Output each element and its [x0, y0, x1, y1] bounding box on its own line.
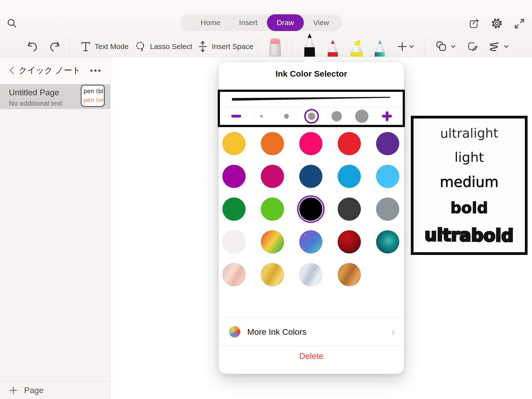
- scribble-ink-icon[interactable]: [487, 41, 500, 52]
- tab-draw[interactable]: Draw: [267, 14, 304, 31]
- color-swatch-pink[interactable]: [299, 132, 322, 155]
- text-mode-icon: [80, 41, 91, 52]
- notebook-title: クイック ノート: [9, 65, 90, 76]
- add-pen-plus-icon[interactable]: [397, 41, 407, 52]
- weight-sample-bold: bold: [450, 200, 488, 216]
- share-icon[interactable]: [468, 18, 480, 30]
- page-list-item-selected[interactable]: Untitled Page No additional text pen (bl…: [0, 84, 110, 109]
- insert-space-label: Insert Space: [212, 42, 253, 51]
- pages-sidebar: クイック ノート Untitled Page No additional tex…: [0, 57, 111, 399]
- popup-title: Ink Color Selector: [219, 69, 404, 79]
- toolbar-divider: [425, 37, 425, 55]
- color-swatch-gold[interactable]: [261, 263, 284, 286]
- redo-icon[interactable]: [49, 40, 61, 53]
- color-swatch-silver[interactable]: [299, 263, 322, 286]
- page-title: Untitled Page: [9, 88, 59, 97]
- color-swatch-white[interactable]: [222, 230, 246, 253]
- insert-space-icon: [197, 40, 208, 53]
- undo-icon[interactable]: [26, 40, 38, 53]
- color-swatch-dark-gray[interactable]: [338, 198, 361, 221]
- stroke-size-option-4[interactable]: [329, 107, 344, 125]
- more-ink-colors-label: More Ink Colors: [247, 327, 391, 337]
- toolbar-divider: [292, 37, 293, 55]
- expand-fullscreen-icon[interactable]: [514, 18, 525, 30]
- color-swatch-light-green[interactable]: [261, 198, 284, 221]
- color-swatch-dark-red-marble[interactable]: [338, 230, 361, 253]
- color-swatch-galaxy[interactable]: [299, 230, 322, 253]
- color-grid: [222, 132, 399, 286]
- color-swatch-red[interactable]: [338, 132, 361, 155]
- stroke-size-row: [229, 107, 394, 125]
- scribble-chevron-down-icon[interactable]: [503, 44, 509, 49]
- toolbar-divider: [258, 37, 258, 55]
- ink-color-selector-popup: Ink Color Selector More Ink Colors › Del…: [219, 62, 404, 374]
- color-wheel-icon: [229, 326, 240, 337]
- ribbon-tabs: Home Insert Draw View: [181, 14, 342, 31]
- stroke-width-panel: [218, 90, 405, 127]
- color-swatch-orange[interactable]: [261, 132, 284, 155]
- delete-pen-button[interactable]: Delete: [219, 348, 404, 364]
- notebook-more-menu-icon[interactable]: [90, 69, 100, 72]
- color-swatch-rainbow-glitter[interactable]: [261, 230, 284, 253]
- tab-insert[interactable]: Insert: [230, 14, 267, 31]
- color-swatch-rose-gold[interactable]: [222, 263, 246, 286]
- color-swatch-yellow[interactable]: [222, 132, 246, 155]
- lasso-select-label: Lasso Select: [150, 42, 192, 51]
- thumbnail-line-2: pen (ora: [83, 96, 104, 105]
- teal-pencil-tool[interactable]: [372, 39, 387, 57]
- tab-home[interactable]: Home: [191, 14, 230, 31]
- more-ink-colors-button[interactable]: More Ink Colors ›: [219, 318, 404, 346]
- color-swatch-dark-blue[interactable]: [299, 165, 322, 188]
- color-swatch-purple[interactable]: [376, 132, 399, 155]
- shapes-icon[interactable]: [435, 40, 447, 53]
- color-swatch-bronze[interactable]: [338, 263, 361, 286]
- add-page-label: Page: [24, 385, 44, 395]
- weight-sample-light: light: [454, 151, 484, 164]
- page-thumbnail: pen (bl pen (ora: [81, 85, 105, 107]
- color-swatch-green[interactable]: [222, 198, 246, 221]
- stroke-size-option-2[interactable]: [279, 107, 294, 125]
- page-subtitle: No additional text: [9, 100, 62, 107]
- stroke-decrease-button[interactable]: [229, 107, 244, 125]
- onenote-app: Home Insert Draw View: [0, 0, 532, 399]
- color-swatch-ocean-teal[interactable]: [376, 230, 399, 253]
- color-swatch-blue[interactable]: [338, 165, 361, 188]
- color-swatch-black[interactable]: [299, 198, 322, 221]
- insert-space-button[interactable]: Insert Space: [197, 36, 253, 57]
- stroke-preview: [220, 92, 403, 107]
- top-bar: Home Insert Draw View: [0, 0, 532, 57]
- stroke-size-option-3[interactable]: [304, 107, 319, 125]
- shapes-chevron-down-icon[interactable]: [450, 44, 456, 49]
- thumbnail-line-1: pen (bl: [83, 87, 104, 96]
- settings-gear-icon[interactable]: [491, 17, 503, 30]
- weight-sample-medium: medium: [440, 175, 499, 189]
- draw-toolbar: Text Mode Lasso Select Insert Space: [0, 36, 532, 57]
- add-page-plus-icon: [9, 386, 18, 395]
- stroke-size-selected-ring: [304, 109, 319, 124]
- yellow-highlighter-tool[interactable]: [348, 39, 365, 57]
- color-swatch-magenta[interactable]: [222, 165, 246, 188]
- stroke-weight-samples-box: ultralightlightmediumboldultrabold: [411, 116, 528, 255]
- ink-annotate-icon[interactable]: [467, 41, 479, 53]
- toolbar-divider: [69, 37, 70, 55]
- color-swatch-light-blue[interactable]: [376, 165, 399, 188]
- chevron-right-icon: ›: [391, 326, 395, 337]
- stroke-increase-button[interactable]: [380, 107, 394, 125]
- red-pen-tool[interactable]: [325, 39, 340, 57]
- eraser-tool[interactable]: [268, 38, 282, 57]
- back-chevron-icon[interactable]: [7, 65, 16, 76]
- weight-sample-ultralight: ultralight: [440, 127, 499, 140]
- search-icon[interactable]: [6, 18, 18, 29]
- add-page-button[interactable]: Page: [0, 381, 110, 399]
- text-mode-button[interactable]: Text Mode: [80, 36, 129, 57]
- black-pen-tool-selected[interactable]: [302, 33, 317, 57]
- add-pen-chevron-down-icon[interactable]: [409, 44, 414, 49]
- color-swatch-gray[interactable]: [376, 198, 399, 221]
- color-swatch-dark-pink[interactable]: [261, 165, 284, 188]
- stroke-size-option-5[interactable]: [354, 107, 369, 125]
- tab-view[interactable]: View: [304, 14, 338, 31]
- text-mode-label: Text Mode: [95, 42, 129, 51]
- sidebar-header: クイック ノート: [0, 57, 110, 84]
- lasso-select-button[interactable]: Lasso Select: [134, 36, 192, 57]
- stroke-size-option-1[interactable]: [254, 107, 269, 125]
